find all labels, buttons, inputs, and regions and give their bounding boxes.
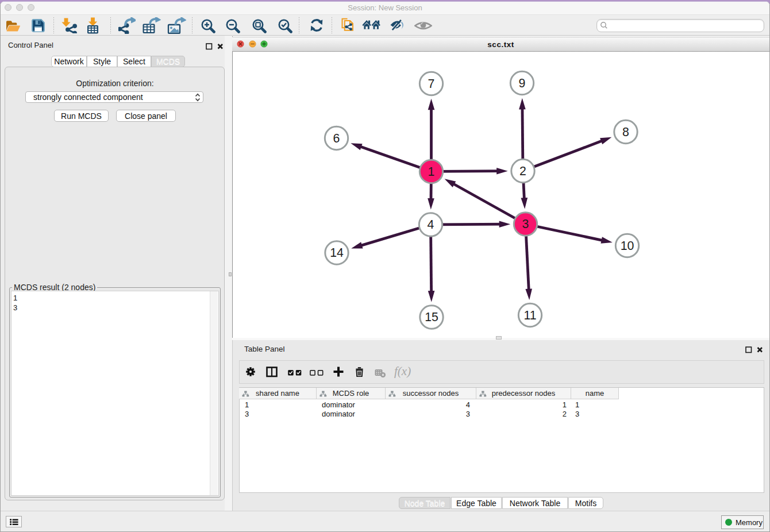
svg-text:1: 1 xyxy=(428,165,435,179)
svg-text:9: 9 xyxy=(519,76,526,90)
svg-text:14: 14 xyxy=(330,246,344,260)
svg-text:10: 10 xyxy=(621,239,634,253)
svg-text:15: 15 xyxy=(425,310,438,324)
svg-text:4: 4 xyxy=(428,218,434,232)
svg-text:6: 6 xyxy=(333,132,340,145)
svg-text:2: 2 xyxy=(519,164,526,178)
svg-text:11: 11 xyxy=(523,309,536,322)
svg-text:3: 3 xyxy=(522,217,529,231)
svg-text:7: 7 xyxy=(428,77,435,91)
svg-text:8: 8 xyxy=(622,125,629,139)
